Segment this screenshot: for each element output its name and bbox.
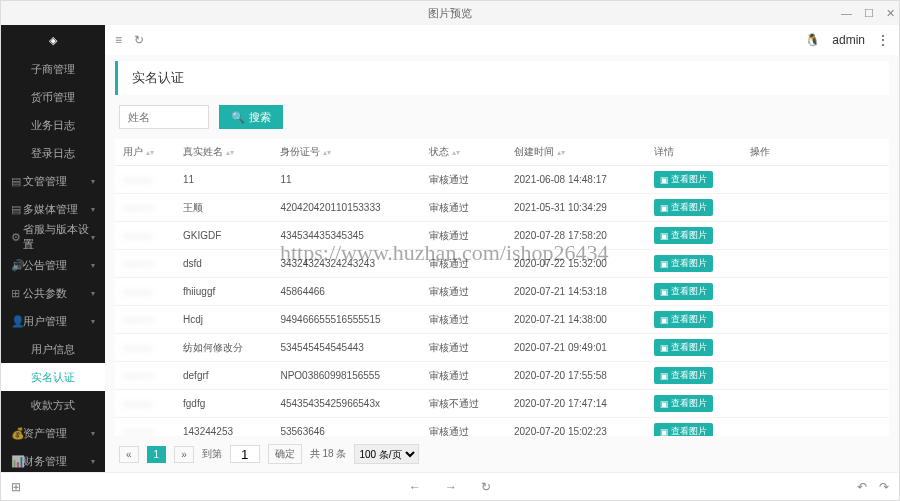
rotate-left-icon[interactable]: ↶ (857, 480, 867, 494)
more-icon[interactable]: ⋮ (877, 33, 889, 47)
view-image-button[interactable]: ▣查看图片 (654, 339, 713, 356)
refresh-icon[interactable]: ↻ (134, 33, 144, 47)
col-action: 操作 (742, 139, 889, 166)
view-image-button[interactable]: ▣查看图片 (654, 199, 713, 216)
menu-icon: 💰 (11, 427, 23, 440)
menu-icon: ▤ (11, 203, 23, 216)
image-icon: ▣ (660, 315, 669, 325)
sidebar-item-公共参数[interactable]: ⊞公共参数▾ (1, 279, 105, 307)
rotate-right-icon[interactable]: ↷ (879, 480, 889, 494)
sidebar-item-文管管理[interactable]: ▤文管管理▾ (1, 167, 105, 195)
minimize-icon[interactable]: — (841, 7, 852, 20)
maximize-icon[interactable]: ☐ (864, 7, 874, 20)
page-input[interactable] (230, 445, 260, 463)
table-row: ——— fgdfg 45435435425966543x 审核不通过 2020-… (115, 390, 889, 418)
chevron-icon: ▾ (91, 261, 95, 270)
menu-icon: ⚙ (11, 231, 23, 244)
sidebar-item-用户管理[interactable]: 👤用户管理▾ (1, 307, 105, 335)
view-image-button[interactable]: ▣查看图片 (654, 227, 713, 244)
table-row: ——— fhiiuggf 45864466 审核通过 2020-07-21 14… (115, 278, 889, 306)
col-user[interactable]: 用户 ▴▾ (115, 139, 175, 166)
table-row: ——— 王顺 420420420110153333 审核通过 2021-05-3… (115, 194, 889, 222)
image-icon: ▣ (660, 343, 669, 353)
page-go[interactable]: 确定 (268, 444, 302, 464)
nav-reload-icon[interactable]: ↻ (481, 480, 491, 494)
image-icon: ▣ (660, 371, 669, 381)
page-1[interactable]: 1 (147, 446, 167, 463)
page-title: 实名认证 (115, 61, 889, 95)
sidebar-item-业务日志[interactable]: 业务日志 (1, 111, 105, 139)
col-created[interactable]: 创建时间 ▴▾ (506, 139, 646, 166)
admin-label[interactable]: admin (832, 33, 865, 47)
view-image-button[interactable]: ▣查看图片 (654, 283, 713, 300)
chevron-icon: ▾ (91, 289, 95, 298)
image-icon: ▣ (660, 203, 669, 213)
page-prev[interactable]: « (119, 446, 139, 463)
sidebar-item-省服与版本设置[interactable]: ⚙省服与版本设置▾ (1, 223, 105, 251)
sidebar-item-收款方式[interactable]: 收款方式 (1, 391, 105, 419)
table-row: ——— 143244253 53563646 审核通过 2020-07-20 1… (115, 418, 889, 437)
avatar-icon[interactable]: 🐧 (805, 33, 820, 47)
table-row: ——— dsfd 34324324324243243 审核通过 2020-07-… (115, 250, 889, 278)
col-idno[interactable]: 身份证号 ▴▾ (272, 139, 421, 166)
sidebar-item-登录日志[interactable]: 登录日志 (1, 139, 105, 167)
chevron-icon: ▾ (91, 429, 95, 438)
menu-icon: ▤ (11, 175, 23, 188)
table-row: ——— GKIGDF 434534435345345 审核通过 2020-07-… (115, 222, 889, 250)
table-row: ——— defgrf NPO03860998156555 审核通过 2020-0… (115, 362, 889, 390)
image-icon: ▣ (660, 231, 669, 241)
view-image-button[interactable]: ▣查看图片 (654, 367, 713, 384)
sidebar-item-用户信息[interactable]: 用户信息 (1, 335, 105, 363)
search-icon: 🔍 (231, 111, 245, 124)
table-row: ——— Hcdj 949466655516555515 审核通过 2020-07… (115, 306, 889, 334)
menu-toggle-icon[interactable]: ≡ (115, 33, 122, 47)
page-size-select[interactable]: 100 条/页 (354, 444, 419, 464)
close-icon[interactable]: ✕ (886, 7, 895, 20)
search-button[interactable]: 🔍 搜索 (219, 105, 283, 129)
window-title: 图片预览 (428, 6, 472, 21)
verification-table: 用户 ▴▾ 真实姓名 ▴▾ 身份证号 ▴▾ 状态 ▴▾ 创建时间 ▴▾ 详情 操… (115, 139, 889, 436)
image-icon: ▣ (660, 427, 669, 437)
menu-icon: 🔊 (11, 259, 23, 272)
view-image-button[interactable]: ▣查看图片 (654, 171, 713, 188)
col-status[interactable]: 状态 ▴▾ (421, 139, 506, 166)
sidebar-item-资产管理[interactable]: 💰资产管理▾ (1, 419, 105, 447)
name-filter-input[interactable] (119, 105, 209, 129)
col-name[interactable]: 真实姓名 ▴▾ (175, 139, 272, 166)
sidebar-item-实名认证[interactable]: 实名认证 (1, 363, 105, 391)
sidebar-item-公告管理[interactable]: 🔊公告管理▾ (1, 251, 105, 279)
image-icon: ▣ (660, 175, 669, 185)
chevron-icon: ▾ (91, 233, 95, 242)
sidebar-item-子商管理[interactable]: 子商管理 (1, 55, 105, 83)
sidebar-item-多媒体管理[interactable]: ▤多媒体管理▾ (1, 195, 105, 223)
menu-icon: 📊 (11, 455, 23, 468)
view-image-button[interactable]: ▣查看图片 (654, 423, 713, 436)
sidebar-item-财务管理[interactable]: 📊财务管理▾ (1, 447, 105, 472)
nav-back-icon[interactable]: ← (409, 480, 421, 494)
menu-icon: ⊞ (11, 287, 23, 300)
chevron-icon: ▾ (91, 177, 95, 186)
view-image-button[interactable]: ▣查看图片 (654, 311, 713, 328)
chevron-icon: ▾ (91, 205, 95, 214)
image-icon: ▣ (660, 399, 669, 409)
chevron-icon: ▾ (91, 457, 95, 466)
table-row: ——— 11 11 审核通过 2021-06-08 14:48:17 ▣查看图片 (115, 166, 889, 194)
view-image-button[interactable]: ▣查看图片 (654, 255, 713, 272)
menu-icon: 👤 (11, 315, 23, 328)
sidebar: ◈ 子商管理货币管理业务日志登录日志▤文管管理▾▤多媒体管理▾⚙省服与版本设置▾… (1, 25, 105, 472)
nav-forward-icon[interactable]: → (445, 480, 457, 494)
col-detail: 详情 (646, 139, 742, 166)
image-icon: ▣ (660, 259, 669, 269)
image-icon: ▣ (660, 287, 669, 297)
logo-icon: ◈ (1, 25, 105, 55)
table-row: ——— 纺如何修改分 534545454545443 审核通过 2020-07-… (115, 334, 889, 362)
view-image-button[interactable]: ▣查看图片 (654, 395, 713, 412)
grid-icon[interactable]: ⊞ (11, 480, 21, 494)
window-titlebar: 图片预览 — ☐ ✕ (1, 1, 899, 25)
chevron-icon: ▾ (91, 317, 95, 326)
page-next[interactable]: » (174, 446, 194, 463)
sidebar-item-货币管理[interactable]: 货币管理 (1, 83, 105, 111)
pagination: « 1 » 到第 确定 共 18 条 100 条/页 (105, 436, 899, 472)
